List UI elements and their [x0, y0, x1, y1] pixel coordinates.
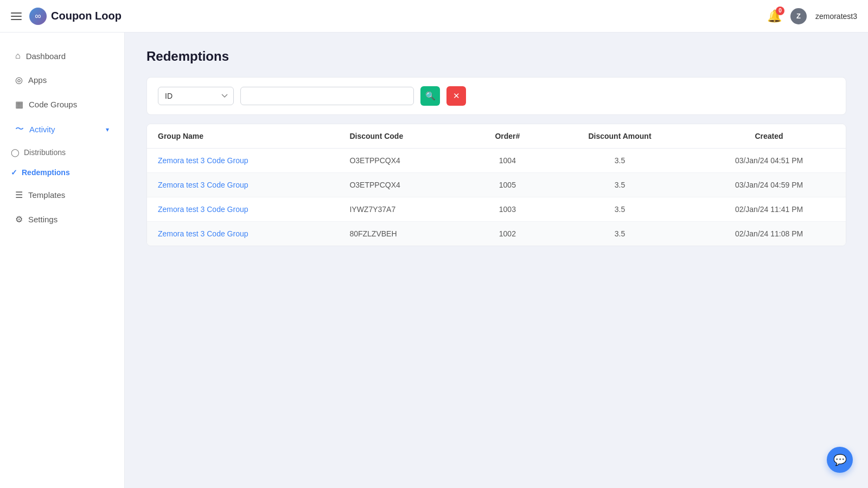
- apps-icon: ◎: [15, 75, 23, 85]
- col-group-name: Group Name: [147, 124, 339, 149]
- sidebar-label-code-groups: Code Groups: [29, 100, 77, 109]
- cell-order-num: 1005: [468, 173, 547, 197]
- col-order-num: Order#: [468, 124, 547, 149]
- cell-discount-amount: 3.5: [547, 149, 692, 173]
- col-discount-amount: Discount Amount: [547, 124, 692, 149]
- cell-discount-code: O3ETPPCQX4: [339, 149, 467, 173]
- table-header-row: Group Name Discount Code Order# Discount…: [147, 124, 846, 149]
- sidebar-label-dashboard: Dashboard: [26, 52, 66, 61]
- redemptions-table: Group Name Discount Code Order# Discount…: [147, 124, 846, 246]
- sidebar-label-apps: Apps: [28, 75, 47, 85]
- sidebar-label-redemptions: Redemptions: [22, 168, 70, 177]
- chevron-down-icon: ▾: [106, 126, 109, 133]
- filter-select[interactable]: ID Discount Code Order# Group Name: [158, 87, 234, 105]
- cell-group-name[interactable]: Zemora test 3 Code Group: [147, 173, 339, 197]
- app-header: ∞ Coupon Loop 🔔 0 Z zemoratest3: [0, 0, 868, 33]
- cell-discount-amount: 3.5: [547, 173, 692, 197]
- table-row: Zemora test 3 Code Group O3ETPPCQX4 1004…: [147, 149, 846, 173]
- user-avatar: Z: [790, 8, 807, 24]
- cell-created: 03/Jan/24 04:59 PM: [692, 173, 846, 197]
- sidebar: ⌂ Dashboard ◎ Apps ▦ Code Groups 〜 Activ…: [0, 33, 125, 488]
- sidebar-label-templates: Templates: [28, 190, 65, 200]
- logo-icon: ∞: [29, 8, 47, 25]
- code-groups-icon: ▦: [15, 99, 23, 110]
- sidebar-label-distributions: Distributions: [24, 148, 66, 157]
- sidebar-item-settings[interactable]: ⚙ Settings: [4, 208, 120, 231]
- redemptions-icon: ✓: [11, 168, 17, 177]
- cell-created: 03/Jan/24 04:51 PM: [692, 149, 846, 173]
- hamburger-menu[interactable]: [11, 12, 22, 20]
- search-button[interactable]: 🔍: [420, 86, 440, 106]
- close-icon: ✕: [453, 91, 460, 101]
- logo: ∞ Coupon Loop: [29, 8, 122, 25]
- table-row: Zemora test 3 Code Group O3ETPPCQX4 1005…: [147, 173, 846, 197]
- cell-discount-code: O3ETPPCQX4: [339, 173, 467, 197]
- distributions-icon: ◯: [11, 148, 20, 157]
- sidebar-label-activity: Activity: [29, 125, 55, 134]
- templates-icon: ☰: [15, 190, 23, 200]
- filter-input[interactable]: [240, 87, 414, 105]
- table-row: Zemora test 3 Code Group IYWZ7Y37A7 1003…: [147, 197, 846, 222]
- home-icon: ⌂: [15, 51, 21, 61]
- sidebar-item-activity[interactable]: 〜 Activity ▾: [4, 117, 120, 142]
- sidebar-item-code-groups[interactable]: ▦ Code Groups: [4, 93, 120, 116]
- app-layout: ⌂ Dashboard ◎ Apps ▦ Code Groups 〜 Activ…: [0, 33, 868, 488]
- table-body: Zemora test 3 Code Group O3ETPPCQX4 1004…: [147, 149, 846, 246]
- cell-order-num: 1002: [468, 222, 547, 246]
- notification-badge: 0: [776, 7, 784, 15]
- cell-discount-amount: 3.5: [547, 197, 692, 222]
- cell-order-num: 1003: [468, 197, 547, 222]
- user-name: zemoratest3: [815, 12, 857, 21]
- cell-group-name[interactable]: Zemora test 3 Code Group: [147, 222, 339, 246]
- header-right: 🔔 0 Z zemoratest3: [767, 8, 857, 24]
- cell-group-name[interactable]: Zemora test 3 Code Group: [147, 197, 339, 222]
- table-row: Zemora test 3 Code Group 80FZLZVBEH 1002…: [147, 222, 846, 246]
- sidebar-item-templates[interactable]: ☰ Templates: [4, 183, 120, 207]
- page-title: Redemptions: [146, 49, 846, 64]
- settings-icon: ⚙: [15, 214, 23, 224]
- search-icon: 🔍: [425, 91, 436, 101]
- activity-icon: 〜: [15, 124, 24, 135]
- sidebar-item-redemptions[interactable]: ✓ Redemptions: [4, 163, 120, 182]
- sidebar-item-dashboard[interactable]: ⌂ Dashboard: [4, 44, 120, 67]
- chat-button[interactable]: 💬: [827, 447, 853, 473]
- cell-discount-code: 80FZLZVBEH: [339, 222, 467, 246]
- col-discount-code: Discount Code: [339, 124, 467, 149]
- sidebar-item-apps[interactable]: ◎ Apps: [4, 68, 120, 92]
- header-left: ∞ Coupon Loop: [11, 8, 122, 25]
- cell-group-name[interactable]: Zemora test 3 Code Group: [147, 149, 339, 173]
- cell-discount-amount: 3.5: [547, 222, 692, 246]
- cell-discount-code: IYWZ7Y37A7: [339, 197, 467, 222]
- logo-symbol: ∞: [35, 11, 41, 21]
- cell-created: 02/Jan/24 11:41 PM: [692, 197, 846, 222]
- chat-icon: 💬: [833, 453, 847, 466]
- app-name: Coupon Loop: [51, 10, 122, 22]
- cell-order-num: 1004: [468, 149, 547, 173]
- main-content: Redemptions ID Discount Code Order# Grou…: [125, 33, 868, 488]
- sidebar-label-settings: Settings: [28, 215, 58, 224]
- col-created: Created: [692, 124, 846, 149]
- redemptions-table-card: Group Name Discount Code Order# Discount…: [146, 124, 846, 246]
- clear-button[interactable]: ✕: [446, 86, 466, 106]
- cell-created: 02/Jan/24 11:08 PM: [692, 222, 846, 246]
- filter-bar: ID Discount Code Order# Group Name 🔍 ✕: [146, 77, 846, 115]
- sidebar-item-distributions[interactable]: ◯ Distributions: [4, 143, 120, 162]
- notification-bell[interactable]: 🔔 0: [767, 9, 782, 23]
